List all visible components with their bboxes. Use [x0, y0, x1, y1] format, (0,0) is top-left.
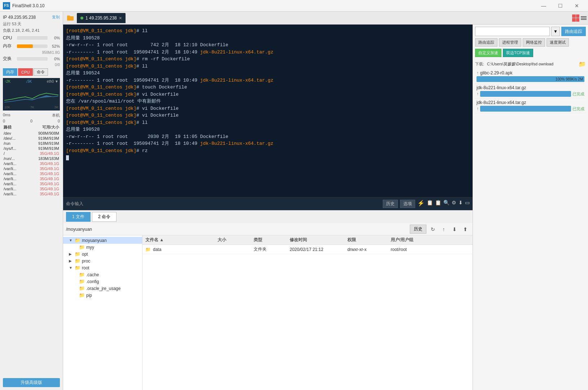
rp-folder-button[interactable]: 📁: [579, 61, 586, 68]
menu-icon[interactable]: [581, 16, 587, 20]
network-monitor-btn[interactable]: 网络监控: [523, 38, 545, 47]
fb-refresh-button[interactable]: ↻: [429, 225, 437, 234]
settings-icon[interactable]: ⚙: [452, 200, 456, 208]
term-line: 您在 /var/spool/mail/root 中有新邮件: [66, 98, 470, 105]
fb-content: ▼ 📁 moyuanyuan 📁 myy ▶ 📁 opt ▶ 📁 proc ▼ …: [63, 235, 473, 390]
rp-search-row: ▼ 路由追踪: [473, 25, 588, 38]
titlebar: FS FinalShell 3.0.10 — ☐ ✕: [0, 0, 588, 12]
options-button[interactable]: 选项: [400, 200, 415, 208]
latency-local: 本机: [52, 113, 60, 118]
process-mgmt-btn[interactable]: 进程管理: [499, 38, 521, 47]
rp-search-input[interactable]: [475, 27, 550, 36]
route-trace-button[interactable]: 路由追踪: [561, 27, 586, 36]
svg-rect-0: [67, 16, 74, 21]
glibc-filename: glibc-2.29-r0.apk: [480, 70, 512, 75]
terminal-area: [root@VM_0_11_centos jdk]# ll总用量 190528-…: [63, 25, 473, 390]
upgrade-button[interactable]: 升级高级版: [3, 378, 60, 387]
session-tab-1[interactable]: 1 49.235.95.238 ×: [77, 13, 126, 23]
fb-tree-container: ▼ 📁 moyuanyuan 📁 myy ▶ 📁 opt ▶ 📁 proc ▼ …: [63, 237, 142, 299]
terminal[interactable]: [root@VM_0_11_centos jdk]# ll总用量 190528-…: [63, 25, 473, 197]
disk-section: 路径 可用/大小 /dev908M/908M/dev/...919M/919M/…: [3, 125, 60, 376]
load-row: 负载 2.18, 2.45, 2.41: [3, 28, 60, 33]
jdk2-progress: [480, 106, 571, 112]
tab-files[interactable]: 1 文件: [66, 212, 91, 222]
term-line: [root@VM_0_11_centos jdk]# vi Dockerfile: [66, 105, 470, 112]
ip-row: IP 49.235.95.238 复制: [3, 14, 60, 20]
rp-accel: 自定义加速 双边TCP加速: [473, 49, 588, 59]
fb-tree-item[interactable]: 📁 .cache: [63, 271, 142, 278]
latency-values: 000: [3, 119, 60, 123]
term-line: -rw-r--r-- 1 root root 2030 2月 19 11:05 …: [66, 133, 470, 140]
fb-tree-item[interactable]: ▼ 📁 root: [63, 264, 142, 271]
download-icon[interactable]: ⬇: [458, 200, 463, 208]
glibc-progress: 100% 989K/s 2M: [477, 76, 584, 82]
net-down-label: ↓5K: [26, 79, 32, 83]
fb-download-button[interactable]: ⬇: [450, 225, 459, 234]
bottom-tabs: 1 文件 2 命令: [63, 210, 473, 223]
svg-rect-1: [67, 16, 70, 17]
history-button[interactable]: 历史: [383, 200, 398, 208]
term-line: -r-------- 1 root root 195094741 2月 18 1…: [66, 49, 470, 56]
session-status-dot: [80, 17, 83, 20]
search-icon[interactable]: 🔍: [443, 200, 449, 208]
minimize-button[interactable]: —: [535, 0, 552, 12]
speed-test-btn[interactable]: 速度测试: [547, 38, 569, 47]
fb-history-button[interactable]: 历史: [410, 225, 426, 234]
tab-cmd[interactable]: 命令: [34, 68, 48, 76]
fb-tree-item[interactable]: ▶ 📁 opt: [63, 251, 142, 257]
term-line: 总用量 190524: [66, 70, 470, 77]
chart-y-labels: 10K7K3K: [4, 105, 58, 109]
tcp-accel-btn[interactable]: 双边TCP加速: [503, 49, 533, 57]
session-tab-close[interactable]: ×: [119, 15, 122, 21]
sidebar: IP 49.235.95.238 复制 运行 53 天 负载 2.18, 2.4…: [0, 12, 63, 390]
tab-commands[interactable]: 2 命令: [92, 212, 117, 222]
rp-download-label: 下载:: [475, 61, 484, 67]
rp-download-path: C:\Users\莫媛媛\Desktop\fsd ownload: [487, 61, 577, 67]
grid-icon[interactable]: [572, 14, 579, 22]
maximize-button[interactable]: ☐: [552, 0, 569, 12]
fb-upload-button[interactable]: ⬆: [461, 225, 470, 234]
fb-tree-item[interactable]: ▼ 📁 moyuanyuan: [63, 237, 142, 244]
rp-file-list: ↑ glibc-2.29-r0.apk 100% 989K/s 2M jdk-8…: [473, 69, 588, 390]
cpu-label: CPU: [3, 35, 16, 40]
col-perm: 权限: [347, 237, 391, 243]
jdk1-progress: [480, 91, 571, 97]
app-icon: FS: [3, 2, 10, 9]
paste-icon[interactable]: 📋: [435, 200, 441, 208]
fb-file-row[interactable]: 📁 data 文件夹 2020/02/17 21:12 drwxr-xr-x r…: [142, 245, 473, 254]
tab-cpu[interactable]: CPU: [18, 68, 33, 76]
col-size: 大小: [218, 237, 254, 243]
tabbar: 1 49.235.95.238 ×: [63, 12, 588, 25]
route-trace-btn[interactable]: 路由追踪: [475, 38, 497, 47]
close-button[interactable]: ✕: [569, 0, 585, 12]
col-type: 类型: [254, 237, 290, 243]
custom-accel-btn[interactable]: 自定义加速: [475, 49, 501, 57]
disk-row: /var/li...35G/49.1G: [3, 186, 60, 191]
rp-dropdown-btn[interactable]: ▼: [551, 27, 560, 36]
fb-tree-item[interactable]: 📁 .oracle_jre_usage: [63, 285, 142, 292]
fb-tree-item[interactable]: 📁 .config: [63, 278, 142, 285]
lightning-icon[interactable]: ⚡: [417, 200, 425, 208]
cmd-input-bar: 命令输入 历史 选项 ⚡ 📋 📋 🔍 ⚙ ⬇ ▭: [63, 197, 473, 210]
main-container: IP 49.235.95.238 复制 运行 53 天 负载 2.18, 2.4…: [0, 12, 588, 390]
fb-tree: ▼ 📁 moyuanyuan 📁 myy ▶ 📁 opt ▶ 📁 proc ▼ …: [63, 235, 142, 390]
glibc-arrow: ↑: [477, 70, 479, 75]
copy-icon[interactable]: 📋: [427, 200, 433, 208]
swap-detail: 0/0: [3, 63, 60, 67]
folder-icon-button[interactable]: [65, 13, 76, 23]
term-line: [root@VM_0_11_centos jdk]# ll: [66, 119, 470, 126]
net-iface[interactable]: eth0 ▼: [47, 79, 58, 83]
fb-up-button[interactable]: ↑: [439, 225, 448, 234]
mem-value: 52%: [49, 44, 60, 48]
layout-icon[interactable]: ▭: [465, 200, 470, 208]
copy-button[interactable]: 复制: [52, 14, 60, 20]
tab-memory[interactable]: 内存: [3, 68, 17, 76]
jdk2-arrow: ↑: [477, 106, 479, 111]
fb-tree-item[interactable]: ▶ 📁 proc: [63, 257, 142, 264]
fb-tree-item[interactable]: 📁 pip: [63, 292, 142, 299]
jdk2-status: 已完成: [572, 106, 584, 112]
fb-tree-item[interactable]: 📁 myy: [63, 244, 142, 251]
mem-label: 内存: [3, 43, 16, 49]
term-line: [root@VM_0_11_centos jdk]# touch Dockerf…: [66, 84, 470, 91]
cpu-value: 0%: [49, 36, 60, 40]
